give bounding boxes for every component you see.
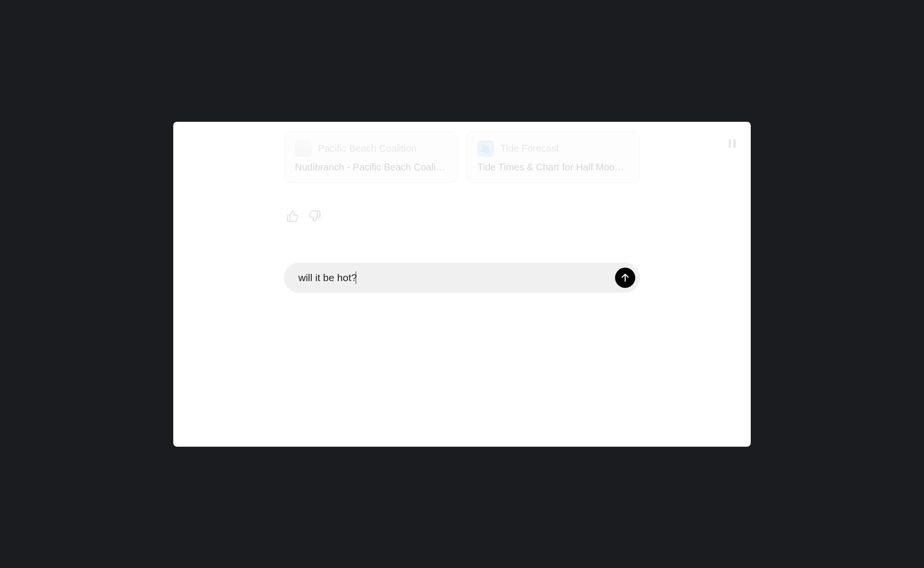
feedback-row — [284, 210, 640, 223]
pause-button[interactable] — [729, 139, 736, 148]
chat-input-text: will it be hot? — [298, 272, 357, 284]
tide-icon — [477, 141, 494, 157]
card-title: Nudibranch - Pacific Beach Coalition — [295, 162, 446, 173]
content-area: Pacific Beach Coalition Nudibranch - Pac… — [173, 131, 751, 293]
thumbs-down-button[interactable] — [308, 210, 321, 223]
send-button[interactable] — [615, 268, 635, 288]
thumbs-up-icon — [286, 210, 299, 222]
card-source: Tide Forecast — [500, 143, 559, 154]
arrow-up-icon — [620, 272, 630, 283]
card-title: Tide Times & Chart for Half Moon Bay — [477, 162, 628, 173]
chat-input[interactable]: will it be hot? — [298, 271, 615, 284]
pause-icon — [729, 139, 731, 148]
chat-input-wrapper[interactable]: will it be hot? — [284, 263, 640, 293]
pause-icon — [733, 139, 736, 148]
card-source: Pacific Beach Coalition — [318, 143, 417, 154]
card-header: Tide Forecast — [477, 141, 628, 157]
beach-icon — [295, 141, 311, 157]
reference-cards: Pacific Beach Coalition Nudibranch - Pac… — [284, 131, 640, 183]
app-window: Pacific Beach Coalition Nudibranch - Pac… — [173, 122, 751, 447]
thumbs-up-button[interactable] — [286, 210, 299, 223]
reference-card[interactable]: Tide Forecast Tide Times & Chart for Hal… — [466, 131, 640, 183]
card-header: Pacific Beach Coalition — [295, 141, 446, 157]
input-area: will it be hot? — [284, 263, 640, 293]
reference-card[interactable]: Pacific Beach Coalition Nudibranch - Pac… — [284, 131, 458, 183]
text-cursor — [356, 271, 356, 284]
thumbs-down-icon — [308, 210, 321, 222]
